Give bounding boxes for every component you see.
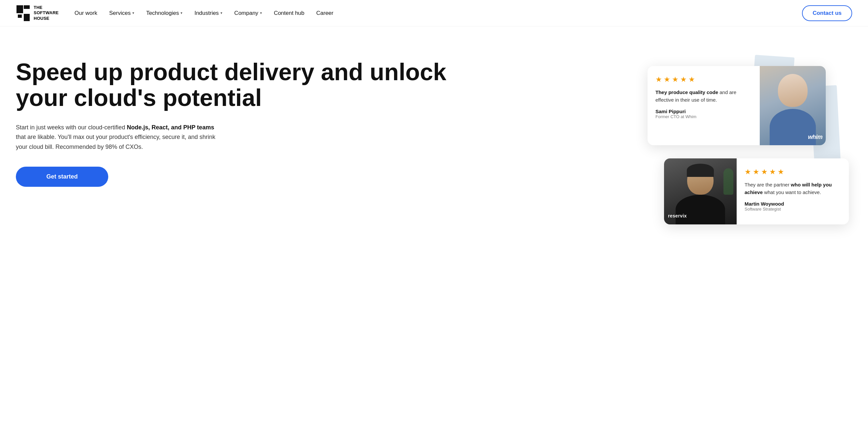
testimonial-card-1-photo: whim: [760, 66, 826, 145]
logo[interactable]: THE SOFTWARE HOUSE: [16, 5, 59, 22]
svg-rect-2: [24, 5, 30, 9]
star-icon: ★: [664, 75, 670, 84]
testimonial-card-1-stars: ★ ★ ★ ★ ★: [655, 75, 752, 84]
contact-us-button[interactable]: Contact us: [802, 5, 852, 21]
star-icon: ★: [761, 167, 768, 176]
star-icon: ★: [769, 167, 776, 176]
logo-icon: [16, 5, 30, 22]
star-icon: ★: [672, 75, 679, 84]
testimonial-card-1-quote: They produce quality code and are effect…: [655, 88, 752, 104]
svg-rect-5: [18, 14, 22, 18]
hero-heading: Speed up product delivery and unlock you…: [16, 59, 476, 111]
testimonial-card-1: ★ ★ ★ ★ ★ They produce quality code and …: [648, 66, 826, 145]
nav-link-industries[interactable]: Industries ▾: [194, 10, 222, 17]
testimonial-card-2: reservix ★ ★ ★ ★ ★ They are the partner …: [664, 158, 849, 224]
navbar: THE SOFTWARE HOUSE Our work Services ▾ T…: [0, 0, 868, 26]
testimonial-card-2-author: Martin Woywood: [745, 201, 841, 207]
reservix-logo: reservix: [668, 213, 687, 218]
star-icon: ★: [655, 75, 662, 84]
nav-links: Our work Services ▾ Technologies ▾ Indus…: [74, 10, 802, 17]
testimonial-card-1-title: Former CTO at Whim: [655, 114, 752, 119]
hero-left: Speed up product delivery and unlock you…: [16, 46, 476, 187]
chevron-down-icon: ▾: [181, 11, 183, 15]
svg-rect-1: [17, 5, 23, 13]
testimonial-card-2-stars: ★ ★ ★ ★ ★: [745, 167, 841, 176]
testimonial-card-2-photo: reservix: [664, 158, 737, 224]
star-icon: ★: [778, 167, 784, 176]
testimonial-card-2-quote: They are the partner who will help you a…: [745, 181, 841, 196]
testimonial-card-2-title: Software Strategist: [745, 207, 841, 212]
hero-cta-wrap: Get started: [16, 167, 476, 187]
hero-section: Speed up product delivery and unlock you…: [0, 26, 868, 431]
hero-subtext: Start in just weeks with our cloud-certi…: [16, 123, 220, 152]
whim-logo: whim: [808, 134, 823, 141]
chevron-down-icon: ▾: [220, 11, 222, 15]
nav-link-content-hub[interactable]: Content hub: [274, 10, 305, 17]
testimonial-card-1-author: Sami Pippuri: [655, 109, 752, 114]
hero-right: ★ ★ ★ ★ ★ They produce quality code and …: [476, 46, 852, 251]
testimonial-card-1-body: ★ ★ ★ ★ ★ They produce quality code and …: [648, 66, 760, 145]
nav-link-our-work[interactable]: Our work: [74, 10, 97, 17]
nav-link-services[interactable]: Services ▾: [109, 10, 134, 17]
hero-cta-button[interactable]: Get started: [16, 167, 108, 187]
star-icon: ★: [680, 75, 687, 84]
chevron-down-icon: ▾: [132, 11, 134, 15]
svg-rect-3: [24, 14, 30, 21]
nav-link-career[interactable]: Career: [316, 10, 333, 17]
nav-link-technologies[interactable]: Technologies ▾: [146, 10, 183, 17]
star-icon: ★: [745, 167, 751, 176]
star-icon: ★: [753, 167, 760, 176]
chevron-down-icon: ▾: [260, 11, 262, 15]
nav-link-company[interactable]: Company ▾: [234, 10, 262, 17]
testimonial-card-2-body: ★ ★ ★ ★ ★ They are the partner who will …: [737, 158, 849, 224]
logo-text: THE SOFTWARE HOUSE: [34, 5, 59, 21]
star-icon: ★: [688, 75, 695, 84]
